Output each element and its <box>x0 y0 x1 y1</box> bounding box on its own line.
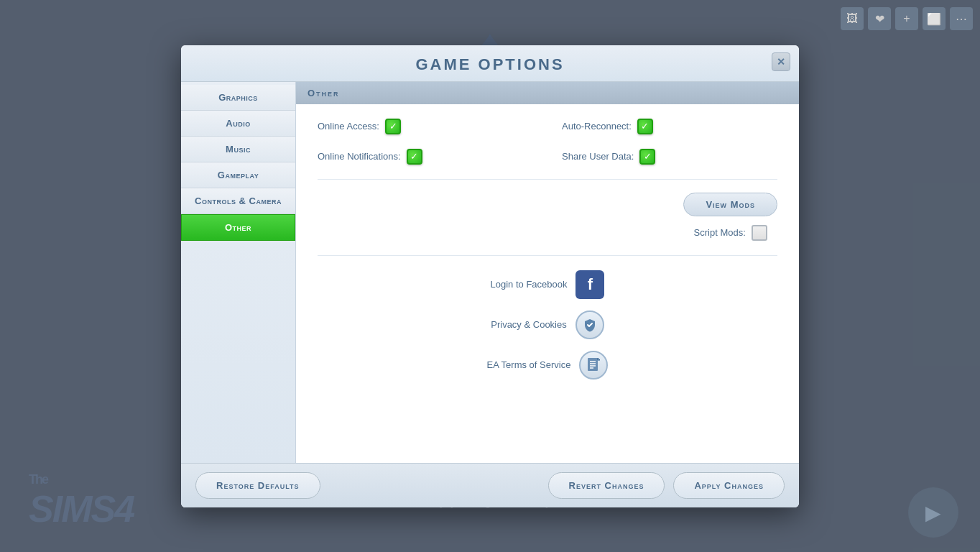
sidebar-item-audio[interactable]: Audio <box>181 111 295 137</box>
sidebar-item-music[interactable]: Music <box>181 137 295 162</box>
screenshot-icon[interactable]: 🖼 <box>841 7 864 30</box>
modal-body: Graphics Audio Music Gameplay Controls &… <box>181 82 799 463</box>
content-inner: Online Access: ✓ Online Notifications: ✓… <box>296 104 799 394</box>
sidebar-item-other[interactable]: Other <box>181 214 295 241</box>
online-notifications-row: Online Notifications: ✓ <box>318 149 533 165</box>
add-icon[interactable]: + <box>895 7 918 30</box>
share-user-data-checkbox[interactable]: ✓ <box>639 149 655 165</box>
auto-reconnect-label: Auto-Reconnect: <box>562 121 632 132</box>
sidebar-item-graphics[interactable]: Graphics <box>181 85 295 111</box>
sims4-logo: The SIMS4 <box>29 472 134 530</box>
section-header: Other <box>296 82 799 104</box>
game-options-modal: Game Options ✕ Graphics Audio Music Game… <box>181 45 799 507</box>
top-right-toolbar: 🖼 ❤ + ⬜ ⋯ <box>841 7 973 30</box>
social-links: Login to Facebook f Privacy & Cookies <box>318 270 777 380</box>
tos-icon[interactable] <box>579 351 608 380</box>
restore-defaults-button[interactable]: Restore Defaults <box>195 472 320 499</box>
svg-rect-0 <box>588 358 598 371</box>
modal-footer: Restore Defaults Revert Changes Apply Ch… <box>181 463 799 507</box>
online-notifications-label: Online Notifications: <box>318 151 401 162</box>
apply-changes-button[interactable]: Apply Changes <box>673 472 785 499</box>
online-access-label: Online Access: <box>318 121 379 132</box>
facebook-label: Login to Facebook <box>491 279 568 290</box>
privacy-label: Privacy & Cookies <box>491 319 566 330</box>
privacy-icon[interactable] <box>575 310 604 339</box>
script-mods-label: Script Mods: <box>694 227 746 238</box>
auto-reconnect-checkbox[interactable]: ✓ <box>637 119 653 134</box>
tos-label: EA Terms of Service <box>487 359 571 370</box>
revert-changes-button[interactable]: Revert Changes <box>548 472 665 499</box>
play-button[interactable]: ▶ <box>908 487 958 538</box>
modal-header: Game Options ✕ <box>181 45 799 82</box>
mods-section: View Mods Script Mods: <box>318 185 777 248</box>
options-grid: Online Access: ✓ Online Notifications: ✓… <box>318 119 777 165</box>
privacy-row: Privacy & Cookies <box>491 310 604 339</box>
script-mods-row: Script Mods: <box>694 225 767 241</box>
left-options: Online Access: ✓ Online Notifications: ✓ <box>318 119 533 165</box>
auto-reconnect-row: Auto-Reconnect: ✓ <box>562 119 777 134</box>
share-user-data-label: Share User Data: <box>562 151 634 162</box>
content-area: Other Online Access: ✓ Online Notificati… <box>296 82 799 463</box>
sidebar-item-controls-camera[interactable]: Controls & Camera <box>181 188 295 214</box>
window-icon[interactable]: ⬜ <box>923 7 946 30</box>
footer-right-buttons: Revert Changes Apply Changes <box>548 472 785 499</box>
close-button[interactable]: ✕ <box>772 52 790 71</box>
facebook-row: Login to Facebook f <box>491 270 605 299</box>
modal-title: Game Options <box>195 55 785 74</box>
script-mods-checkbox[interactable] <box>752 225 767 241</box>
mods-controls: View Mods Script Mods: <box>683 193 777 241</box>
right-options: Auto-Reconnect: ✓ Share User Data: ✓ <box>562 119 777 165</box>
share-user-data-row: Share User Data: ✓ <box>562 149 777 165</box>
tos-row: EA Terms of Service <box>487 351 609 380</box>
more-icon[interactable]: ⋯ <box>950 7 973 30</box>
online-access-checkbox[interactable]: ✓ <box>385 119 401 134</box>
heart-icon[interactable]: ❤ <box>868 7 891 30</box>
online-access-row: Online Access: ✓ <box>318 119 533 134</box>
sidebar-item-gameplay[interactable]: Gameplay <box>181 162 295 188</box>
facebook-icon[interactable]: f <box>575 270 604 299</box>
online-notifications-checkbox[interactable]: ✓ <box>407 149 422 165</box>
sidebar-nav: Graphics Audio Music Gameplay Controls &… <box>181 82 296 463</box>
view-mods-button[interactable]: View Mods <box>683 193 777 216</box>
